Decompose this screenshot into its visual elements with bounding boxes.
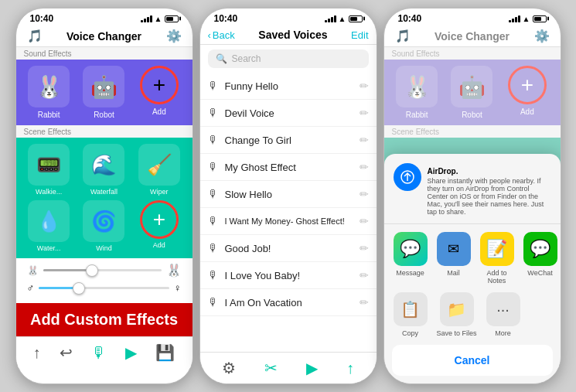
voice-item-girl[interactable]: 🎙 Change To Girl ✏ [200,127,377,154]
cut-icon[interactable]: ✂ [264,359,278,377]
scene-walkie[interactable]: 📟 Walkie... [24,144,74,196]
voice-item-goodjob[interactable]: 🎙 Good Job! ✏ [200,235,377,262]
share-sheet: AirDrop. Share instantly with people nea… [384,154,561,383]
pitch-slider[interactable] [39,287,169,289]
sliders-area: 🐰 🐰 ♂ ♀ [16,258,193,303]
wiper-label: Wiper [150,188,169,196]
airdrop-text-block: AirDrop. Share instantly with people nea… [428,163,551,216]
airdrop-icon [394,163,421,191]
add-custom-effects-button[interactable]: Add Custom Effects [16,303,193,336]
sound-effects-grid: 🐰 Rabbit 🤖 Robot + Add [16,60,193,125]
share-action-files[interactable]: 📁 Save to Files [437,292,477,337]
wiper-icon: 🧹 [138,144,180,186]
share-app-notes[interactable]: 📝 Add to Notes [480,232,514,285]
cancel-button[interactable]: Cancel [392,345,553,376]
voice-item-ghost[interactable]: 🎙 My Ghost Effect ✏ [200,154,377,181]
voice-item-money[interactable]: 🎙 I Want My Money- Ghost Effect! ✏ [200,208,377,235]
back-button[interactable]: ‹ Back [208,29,235,41]
edit-icon-goodjob[interactable]: ✏ [360,242,369,254]
share-app-message[interactable]: 💬 Message [394,232,428,285]
share-action-more[interactable]: ··· More [486,292,520,337]
voice-item-slow-hello[interactable]: 🎙 Slow Hello ✏ [200,181,377,208]
status-bar-1: 10:40 ▲ [16,9,193,26]
edit-button[interactable]: Edit [351,29,368,41]
share-action-copy[interactable]: 📋 Copy [394,292,428,337]
edit-icon-ghost[interactable]: ✏ [360,161,369,173]
battery-icon-1 [165,15,179,22]
save-icon-1[interactable]: 💾 [155,343,175,362]
voice-name-vacation: I Am On Vacation [225,297,302,308]
share-icon-1[interactable]: ↑ [33,344,41,362]
phone-3: 10:40 ▲ 🎵 Voice Changer ⚙️ Sound Effects [383,8,561,384]
search-icon: 🔍 [216,53,227,64]
edit-icon-slow[interactable]: ✏ [360,188,369,200]
sound-robot[interactable]: 🤖 Robot [79,66,129,119]
search-placeholder: Search [232,53,261,64]
scene-wind[interactable]: 🌀 Wind [79,200,129,252]
voice-name-ghost: My Ghost Effect [225,162,296,173]
mic-icon-ghost: 🎙 [208,161,219,173]
voice-name-girl: Change To Girl [225,135,291,146]
edit-icon-vacation[interactable]: ✏ [360,296,369,308]
speed-slider[interactable] [43,269,162,271]
voice-name-money: I Want My Money- Ghost Effect! [225,216,345,226]
mic-icon-goodjob: 🎙 [208,242,219,254]
message-app-icon: 💬 [394,232,428,266]
scene-wiper[interactable]: 🧹 Wiper [134,144,184,196]
mic-icon-funny: 🎙 [208,80,219,92]
equalizer-icon[interactable]: ⚙ [222,359,236,377]
walkie-icon: 📟 [28,144,70,186]
saved-voices-nav: ‹ Back Saved Voices Edit [200,26,377,45]
gender-slider-row: ♂ ♀ [27,282,182,294]
edit-icon-devil[interactable]: ✏ [360,107,369,119]
voice-item-funny-hello[interactable]: 🎙 Funny Hello ✏ [200,73,377,100]
play-icon-2[interactable]: ▶ [306,359,318,377]
voice-item-vacation[interactable]: 🎙 I Am On Vacation ✏ [200,289,377,316]
edit-icon-girl[interactable]: ✏ [360,134,369,146]
share-icon-2[interactable]: ↑ [346,360,354,377]
voice-item-love[interactable]: 🎙 I Love You Baby! ✏ [200,262,377,289]
sound-add-label: Add [152,107,166,116]
scene-effects-label: Scene Effects [16,125,193,138]
undo-icon-1[interactable]: ↩ [60,343,73,362]
water-icon: 💧 [28,200,70,242]
share-app-mail[interactable]: ✉ Mail [437,232,471,285]
gear-icon-3: ⚙️ [534,29,550,43]
phone-2: 10:40 ▲ ‹ Back Saved Voices Edit [199,8,377,384]
chevron-left-icon: ‹ [208,29,211,41]
mail-app-label: Mail [447,269,460,277]
p3-bg: AirDrop. Share instantly with people nea… [384,199,561,383]
nav-bar-1: 🎵 Voice Changer ⚙️ [16,26,193,47]
scene-waterfall[interactable]: 🌊 Waterfall [79,144,129,196]
edit-icon-money[interactable]: ✏ [360,215,369,227]
mic-icon-love: 🎙 [208,269,219,281]
share-app-wechat[interactable]: 💬 WeChat [523,232,557,285]
voice-item-devil[interactable]: 🎙 Devil Voice ✏ [200,100,377,127]
female-icon: ♀ [174,282,182,294]
airdrop-title: AirDrop. [428,167,458,176]
phone-1: 10:40 ▲ 🎵 Voice Changer ⚙️ Sound Effects [15,8,193,384]
mic-icon-1[interactable]: 🎙 [91,344,107,362]
scene-water[interactable]: 💧 Water... [24,200,74,252]
p3-rabbit: 🐰 Rabbit [392,66,442,119]
scene-add[interactable]: + Add [134,200,184,252]
play-icon-1[interactable]: ▶ [125,343,137,362]
saved-voices-title: Saved Voices [235,29,351,41]
search-bar[interactable]: 🔍 Search [208,49,369,68]
waterfall-label: Waterfall [90,188,118,196]
scene-effects-grid: 📟 Walkie... 🌊 Waterfall 🧹 Wiper 💧 Water.… [16,138,193,258]
airdrop-banner: AirDrop. Share instantly with people nea… [384,163,561,224]
bottom-toolbar-2: ⚙ ✂ ▶ ↑ [200,352,377,383]
scene-row-2: 💧 Water... 🌀 Wind + Add [24,200,185,252]
share-actions-row: 📋 Copy 📁 Save to Files ··· More [384,292,561,345]
edit-icon-funny[interactable]: ✏ [360,80,369,92]
sound-rabbit[interactable]: 🐰 Rabbit [24,66,74,119]
notes-app-label: Add to Notes [480,269,514,285]
sound-add[interactable]: + Add [134,66,184,119]
status-bar-3: 10:40 ▲ [384,9,561,26]
nav-title-1: Voice Changer [43,30,166,43]
gear-icon-1[interactable]: ⚙️ [166,29,182,43]
edit-icon-love[interactable]: ✏ [360,269,369,281]
p3-sound-grid: 🐰 Rabbit 🤖 Robot + Add [384,60,561,125]
p3-sound-effects-label: Sound Effects [384,47,561,60]
